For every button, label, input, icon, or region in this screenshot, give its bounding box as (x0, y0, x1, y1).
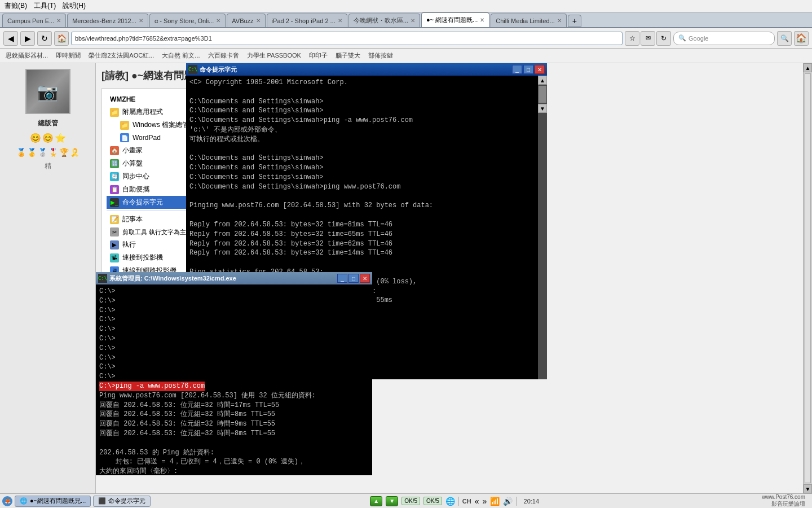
tab-close-icon[interactable]: ✕ (411, 17, 415, 24)
minimize-button[interactable]: _ (337, 274, 347, 283)
scroll-up-arrow[interactable]: ▲ (538, 76, 547, 85)
tab-3[interactable]: AVBuzz ✕ (227, 14, 265, 27)
tray-icon-4: 🔊 (503, 497, 513, 506)
scroll-down-arrow[interactable]: ▼ (538, 104, 547, 113)
tab-close-icon[interactable]: ✕ (216, 17, 220, 24)
system-tray: ▲ ▼ OK/5 OK/5 🌐 CH « » 📶 🔊 20:14 (370, 496, 542, 506)
cmd-line: Ping www.post76.com [202.64.58.53] 使用 32… (99, 391, 369, 401)
tab-label: ●~網速有問題既兄... (30, 497, 86, 505)
bookmark-7[interactable]: 腦子雙大 (333, 50, 363, 61)
cmd-icon: ▶_ (110, 198, 119, 207)
tab-2[interactable]: α - Sony Store, Onli... ✕ (149, 14, 226, 27)
separator (458, 497, 459, 506)
medal-5: 🏆 (59, 148, 69, 157)
bookmark-6[interactable]: 印印子 (307, 50, 330, 61)
tab-5[interactable]: 今晚網狀・吹水區... ✕ (348, 14, 420, 27)
minimize-button[interactable]: _ (512, 65, 522, 74)
refresh-button[interactable]: ↻ (37, 31, 52, 46)
menu-item-label: 同步中心 (122, 172, 149, 181)
ok-badge-1: OK/5 (401, 497, 420, 505)
bookmark-0[interactable]: 思銳攝影器材... (3, 50, 50, 61)
cmd-line: C:\> (99, 344, 369, 353)
green-arrow-down[interactable]: ▼ (386, 496, 398, 506)
cmd-main-scrollbar[interactable]: ▲ ▼ (538, 76, 547, 379)
medal-badges: 🏅 🥇 🥈 🎖️ 🏆 🎗️ (16, 148, 80, 157)
tab-label: ●~ 網速有問題既... (426, 16, 478, 24)
menu-item-label: 小畫家 (122, 146, 143, 155)
email-button[interactable]: ✉ (641, 31, 655, 46)
page-scrollbar[interactable]: ▲ ▼ (803, 63, 812, 493)
close-button[interactable]: ✕ (535, 65, 545, 74)
search-button[interactable]: 🔍 (777, 31, 792, 46)
separator-2 (516, 497, 517, 506)
watermark: www.Post76.com 影音玩樂論壇 (762, 494, 805, 508)
tab-0[interactable]: Campus Pen E... ✕ (2, 14, 66, 27)
home-button[interactable]: 🏠 (54, 31, 69, 46)
menu-item-label: 命令提示字元 (122, 198, 163, 207)
statusbar-tab-1[interactable]: 🌐 ●~網速有問題既兄... (15, 496, 91, 507)
cmd-small-output[interactable]: C:\> C:\> C:\> C:\> C:\> C:\> C:\> C:\> … (96, 284, 372, 475)
user-extra-label: 精 (45, 161, 51, 171)
home-nav-button[interactable]: 🏠 (794, 31, 809, 46)
scroll-thumb[interactable] (539, 86, 546, 103)
tab-close-icon[interactable]: ✕ (256, 17, 261, 24)
maximize-button[interactable]: □ (523, 65, 533, 74)
reload-button[interactable]: ↻ (656, 31, 671, 46)
forward-button[interactable]: ▶ (20, 31, 35, 46)
maximize-button[interactable]: □ (348, 274, 359, 283)
cmd-main-title: 命令提示字元 (200, 65, 510, 74)
menu-item-label: 執行 (122, 240, 136, 249)
address-bar[interactable]: bbs/viewthread.php?tid=76852&extra=page%… (71, 32, 623, 45)
tab-close-icon[interactable]: ✕ (557, 17, 562, 24)
green-arrow-up[interactable]: ▲ (370, 496, 382, 506)
tab-close-icon[interactable]: ✕ (338, 17, 342, 24)
tray-icon-1: « (475, 497, 479, 506)
bookmark-5[interactable]: 力學生 PASSBOOK (245, 50, 303, 61)
tab-close-icon[interactable]: ✕ (56, 17, 61, 24)
status-bar: 🦊 🌐 ●~網速有問題既兄... ⬛ 命令提示字元 ▲ ▼ OK/5 OK/5 … (0, 493, 812, 508)
tab-close-icon[interactable]: ✕ (139, 17, 143, 24)
bookmark-4[interactable]: 六百錄卡音 (206, 50, 241, 61)
cmd-small-controls: _ □ ✕ (337, 274, 370, 283)
cmd-main-icon: C:\ (188, 65, 197, 74)
menu-item-label: WordPad (133, 134, 161, 142)
tab-7[interactable]: Chilli Media Limited... ✕ (491, 14, 567, 27)
tab-label: AVBuzz (232, 17, 253, 24)
network-icon: 🌐 (445, 497, 455, 506)
calc-icon: 🔢 (110, 159, 119, 168)
bookmark-2[interactable]: 榮仕廊2支法圓AOC紅... (86, 50, 156, 61)
cmd-line: 可執行的程式或批次檔。 (189, 135, 535, 144)
cmd-small-icon: C:\ (98, 274, 107, 283)
back-button[interactable]: ◀ (3, 31, 18, 46)
statusbar-tab-2[interactable]: ⬛ 命令提示字元 (93, 496, 151, 507)
tray-icon-2: » (483, 497, 487, 506)
search-bar[interactable]: 🔍 Google (673, 32, 775, 45)
tab-label: 今晚網狀・吹水區... (354, 16, 408, 25)
scroll-down-button[interactable]: ▼ (804, 484, 812, 493)
tab-add-button[interactable]: + (568, 15, 581, 27)
tab-label: iPad 2 - Shop iPad 2 ... (272, 17, 336, 24)
menu-item-bookmarks[interactable]: 書籤(B) (5, 1, 27, 11)
cmd-line: 大約的來回時間〈毫秒〉: (99, 467, 369, 475)
scroll-thumb[interactable] (805, 73, 811, 483)
projector-icon: 📽 (110, 253, 119, 262)
tab-6[interactable]: ●~ 網速有問題既... ✕ (421, 12, 489, 27)
star-button[interactable]: ☆ (625, 31, 639, 46)
cmd-line: C:\Documents and Settings\sinwah> (189, 154, 535, 163)
bookmark-1[interactable]: 即時新聞 (54, 50, 83, 61)
tab-close-icon[interactable]: ✕ (480, 17, 484, 23)
medal-6: 🎗️ (70, 148, 80, 157)
cmd-small-titlebar: C:\ 系統管理員: C:\Windows\system32\cmd.exe _… (96, 272, 372, 284)
cmd-line: C:\Documents and Settings\sinwah>ping ww… (189, 182, 535, 192)
menu-item-tools[interactable]: 工具(T) (34, 1, 56, 11)
scroll-up-button[interactable]: ▲ (804, 63, 812, 72)
address-text: bbs/viewthread.php?tid=76852&extra=page%… (75, 35, 212, 42)
tab-1[interactable]: Mercedes-Benz 2012... ✕ (67, 14, 148, 27)
menu-item-help[interactable]: 說明(H) (63, 1, 86, 11)
ok-badge-2: OK/5 (423, 497, 442, 505)
bookmark-3[interactable]: 大自然 前文... (160, 50, 202, 61)
tab-4[interactable]: iPad 2 - Shop iPad 2 ... ✕ (267, 14, 347, 27)
close-button[interactable]: ✕ (360, 274, 370, 283)
cmd-line: C:\Documents and Settings\sinwah> (189, 163, 535, 173)
bookmark-8[interactable]: 部佈按鍵 (366, 50, 395, 61)
